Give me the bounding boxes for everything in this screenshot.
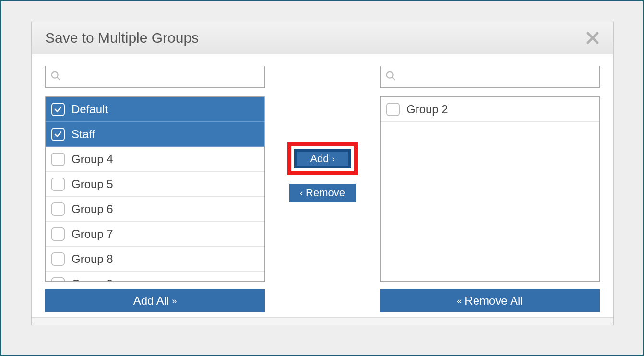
list-item-label: Staff	[72, 128, 95, 141]
list-item-label: Group 8	[72, 252, 113, 266]
double-chevron-left-icon: «	[457, 296, 462, 306]
selected-search-input[interactable]	[399, 71, 595, 83]
available-column: DefaultStaffGroup 4Group 5Group 6Group 7…	[45, 66, 265, 312]
add-all-button[interactable]: Add All »	[45, 289, 265, 312]
remove-all-button[interactable]: « Remove All	[380, 289, 600, 312]
search-icon	[50, 71, 61, 83]
chevron-right-icon: ›	[332, 154, 335, 164]
dialog-body: DefaultStaffGroup 4Group 5Group 6Group 7…	[32, 54, 613, 317]
list-item-label: Group 7	[72, 227, 113, 241]
checkbox-icon[interactable]	[51, 252, 65, 266]
list-item[interactable]: Group 9	[46, 272, 264, 282]
svg-line-3	[392, 77, 395, 80]
checkbox-icon[interactable]	[51, 277, 65, 282]
selected-listbox[interactable]: Group 2	[380, 96, 600, 282]
list-item[interactable]: Group 5	[46, 172, 264, 197]
add-label: Add	[310, 153, 329, 165]
app-frame: Save to Multiple Groups DefaultStaffGrou…	[0, 0, 644, 356]
add-button[interactable]: Add ›	[294, 149, 350, 168]
list-item[interactable]: Group 8	[46, 247, 264, 272]
add-all-label: Add All	[133, 294, 169, 308]
selected-column: Group 2 « Remove All	[380, 66, 600, 312]
list-item[interactable]: Group 7	[46, 222, 264, 247]
list-item[interactable]: Default	[46, 97, 264, 122]
list-item-label: Group 9	[72, 277, 113, 282]
list-item-label: Group 5	[72, 178, 113, 191]
list-item[interactable]: Group 6	[46, 197, 264, 222]
dialog-header: Save to Multiple Groups	[32, 22, 613, 54]
transfer-buttons: Add › ‹ Remove	[265, 66, 380, 202]
save-groups-dialog: Save to Multiple Groups DefaultStaffGrou…	[31, 22, 614, 325]
close-icon[interactable]	[585, 31, 600, 45]
checkbox-icon[interactable]	[386, 103, 400, 116]
selected-search-wrap	[380, 66, 600, 88]
list-item[interactable]: Staff	[46, 122, 264, 147]
list-item[interactable]: Group 2	[381, 97, 599, 122]
dialog-title: Save to Multiple Groups	[45, 30, 199, 46]
checkbox-icon[interactable]	[51, 227, 65, 241]
list-item-label: Group 4	[72, 153, 113, 166]
checkbox-icon[interactable]	[51, 202, 65, 216]
chevron-left-icon: ‹	[300, 188, 303, 198]
list-item-label: Group 2	[406, 103, 448, 116]
remove-all-label: Remove All	[465, 294, 523, 308]
list-item-label: Default	[72, 103, 108, 116]
checkbox-icon[interactable]	[51, 153, 65, 166]
list-item[interactable]: Group 4	[46, 147, 264, 172]
remove-label: Remove	[306, 187, 345, 199]
available-listbox[interactable]: DefaultStaffGroup 4Group 5Group 6Group 7…	[45, 96, 265, 282]
double-chevron-right-icon: »	[172, 296, 177, 306]
checkbox-checked-icon[interactable]	[51, 128, 65, 141]
checkbox-checked-icon[interactable]	[51, 103, 65, 116]
list-item-label: Group 6	[72, 202, 113, 216]
dialog-footer	[32, 317, 613, 325]
available-search-wrap	[45, 66, 265, 88]
remove-button[interactable]: ‹ Remove	[289, 184, 356, 202]
svg-line-1	[57, 77, 60, 80]
add-button-highlight: Add ›	[287, 142, 357, 175]
available-search-input[interactable]	[64, 71, 260, 83]
search-icon	[385, 71, 396, 83]
checkbox-icon[interactable]	[51, 178, 65, 191]
